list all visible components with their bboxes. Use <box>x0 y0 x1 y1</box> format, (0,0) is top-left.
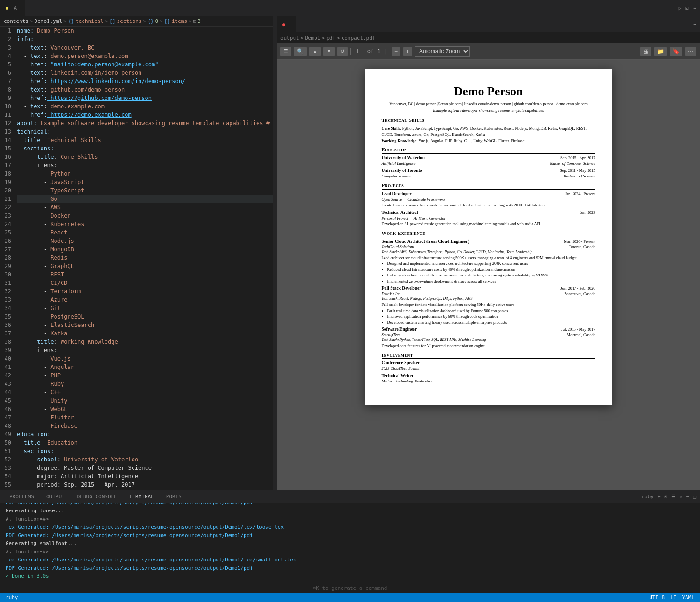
line-number: 15 <box>0 144 17 153</box>
pdf-open-btn[interactable]: 📁 <box>654 47 667 56</box>
line-number: 50 <box>0 439 17 447</box>
pdf-more-icon[interactable]: ⋯ <box>693 21 700 28</box>
line-number: 3 <box>0 43 17 52</box>
split-icon[interactable]: ⊡ <box>685 5 689 12</box>
terminal-line: Generating smallfont... <box>6 540 694 548</box>
line-number: 14 <box>0 136 17 144</box>
line-number: 7 <box>0 77 17 85</box>
line-number: 38 <box>0 338 17 346</box>
code-line-40: 40 - Vue.js <box>0 354 273 363</box>
line-number: 39 <box>0 346 17 354</box>
line-number: 52 <box>0 455 17 464</box>
pdf-rotate-btn[interactable]: ↺ <box>337 47 348 56</box>
resume-job-fullstack: Full Stack Developer Jun. 2017 - Feb. 20… <box>382 285 595 325</box>
code-line-11: 11 href: https://demo.example.com <box>0 111 273 119</box>
line-content: - C++ <box>17 388 273 397</box>
resume-education-waterloo: University of Waterloo Sep. 2015 - Apr. … <box>382 155 595 166</box>
resume-conference-speaker: Conference Speaker 2023 CloudTech Summit <box>382 360 595 371</box>
pdf-menu-btn[interactable]: ⋯ <box>685 47 696 56</box>
tab-ports[interactable]: PORTS <box>161 492 187 502</box>
pdf-pane: ● ⋯ output > Demo1 > pdf > compact.pdf ☰… <box>277 16 700 490</box>
tab-problems[interactable]: PROBLEMS <box>4 492 40 502</box>
pdf-bookmark-btn[interactable]: 🔖 <box>670 47 682 56</box>
line-number: 6 <box>0 69 17 77</box>
line-content: - Flutter <box>17 413 273 422</box>
code-line-32: 32 - Terraform <box>0 287 273 296</box>
line-content: - title: Core Skills <box>17 153 273 161</box>
tab-terminal[interactable]: TERMINAL <box>124 492 160 502</box>
code-line-46: 46 - WebGL <box>0 405 273 413</box>
code-line-37: 37 - Kafka <box>0 329 273 338</box>
pdf-toolbar: ☰ 🔍 ▲ ▼ ↺ of 1 | − + Automatic Zoom 50% … <box>277 43 700 60</box>
terminal-split-btn[interactable]: ⊡ <box>665 494 668 500</box>
line-number: 10 <box>0 102 17 111</box>
line-number: 40 <box>0 354 17 363</box>
terminal-add-btn[interactable]: + <box>658 494 661 500</box>
run-icon[interactable]: ▷ <box>678 5 682 12</box>
line-content: - school: University of Waterloo <box>17 455 273 464</box>
pdf-prev-page[interactable]: ▲ <box>309 47 321 56</box>
code-line-25: 25 - React <box>0 228 273 237</box>
line-number: 27 <box>0 245 17 254</box>
code-line-33: 33 - Azure <box>0 296 273 304</box>
line-content: href: https://demo.example.com <box>17 111 273 119</box>
code-line-50: 50 title: Education <box>0 439 273 447</box>
line-number: 18 <box>0 170 17 178</box>
terminal-line: Generating loose... <box>6 507 694 515</box>
line-number: 16 <box>0 153 17 161</box>
line-content: - ElasticSearch <box>17 321 273 329</box>
resume-working-knowledge: Working Knowledge: Vue.js, Angular, PHP,… <box>382 138 595 144</box>
pdf-zoom-in[interactable]: + <box>403 47 412 56</box>
status-right: UTF-8 LF YAML <box>649 595 694 601</box>
code-editor[interactable]: 1name: Demo Person2info:3 - text: Vancou… <box>0 27 273 489</box>
line-number: 36 <box>0 321 17 329</box>
line-content: - TypeScript <box>17 186 273 195</box>
pdf-zoom-select[interactable]: Automatic Zoom 50% 75% 100% 125% 150% <box>415 46 470 57</box>
tab-debug-console[interactable]: DEBUG CONSOLE <box>71 492 123 502</box>
code-line-48: 48 - Firebase <box>0 422 273 430</box>
resume-tagline: Example software developer showcasing re… <box>382 108 595 113</box>
line-content: title: Education <box>17 439 273 447</box>
terminal-minimize-btn[interactable]: − <box>686 494 690 500</box>
line-number: 32 <box>0 287 17 296</box>
minimap <box>273 16 277 490</box>
terminal-line: PDF Generated: /Users/marisa/projects/sc… <box>6 532 694 540</box>
line-number: 37 <box>0 329 17 338</box>
line-content: - Docker <box>17 212 273 220</box>
terminal-list-btn[interactable]: ☰ <box>671 494 676 500</box>
terminal-close-btn[interactable]: × <box>679 494 683 500</box>
code-line-6: 6 - text: linkedin.com/in/demo-person <box>0 69 273 77</box>
terminal-ruby-label: ruby <box>641 494 654 500</box>
code-line-15: 15 sections: <box>0 144 273 153</box>
pdf-page-input[interactable] <box>350 48 364 55</box>
tab-demo1-yml[interactable]: ● A <box>0 0 26 16</box>
pdf-page-of: of 1 <box>367 48 381 55</box>
more-icon[interactable]: ⋯ <box>693 5 696 12</box>
line-content: about: Example software developer showca… <box>17 119 273 127</box>
line-content: - title: Working Knowledge <box>17 338 273 346</box>
resume-work-heading: Work Experience <box>382 230 595 237</box>
code-line-44: 44 - C++ <box>0 388 273 397</box>
pdf-search-btn[interactable]: 🔍 <box>294 47 307 56</box>
line-content: period: Sep. 2015 - Apr. 2017 <box>17 481 273 489</box>
line-content: - text: Vancouver, BC <box>17 43 273 52</box>
line-number: 21 <box>0 195 17 203</box>
pdf-print-btn[interactable]: 🖨 <box>640 47 651 56</box>
code-line-53: 53 degree: Master of Computer Science <box>0 464 273 472</box>
pdf-content-area[interactable]: Demo Person Vancouver, BC | demo.person@… <box>277 60 700 490</box>
line-content: - JavaScript <box>17 178 273 186</box>
line-number: 29 <box>0 262 17 270</box>
pdf-sidebar-toggle[interactable]: ☰ <box>280 47 291 56</box>
resume-education-heading: Education <box>382 146 595 154</box>
pdf-icon: ● <box>282 22 285 27</box>
editor-pane[interactable]: contents > Demo1.yml > {} technical > []… <box>0 16 273 490</box>
terminal-maximize-btn[interactable]: □ <box>693 494 696 500</box>
tab-output[interactable]: OUTPUT <box>41 492 70 502</box>
line-content: - Redis <box>17 254 273 262</box>
code-line-3: 3 - text: Vancouver, BC <box>0 43 273 52</box>
terminal-body[interactable]: Generating highlight...#, function=#>Tex… <box>0 503 700 584</box>
pdf-next-page[interactable]: ▼ <box>323 47 335 56</box>
tab-compact-pdf[interactable]: ● <box>277 16 296 33</box>
line-number: 22 <box>0 203 17 212</box>
pdf-zoom-out[interactable]: − <box>392 47 400 56</box>
